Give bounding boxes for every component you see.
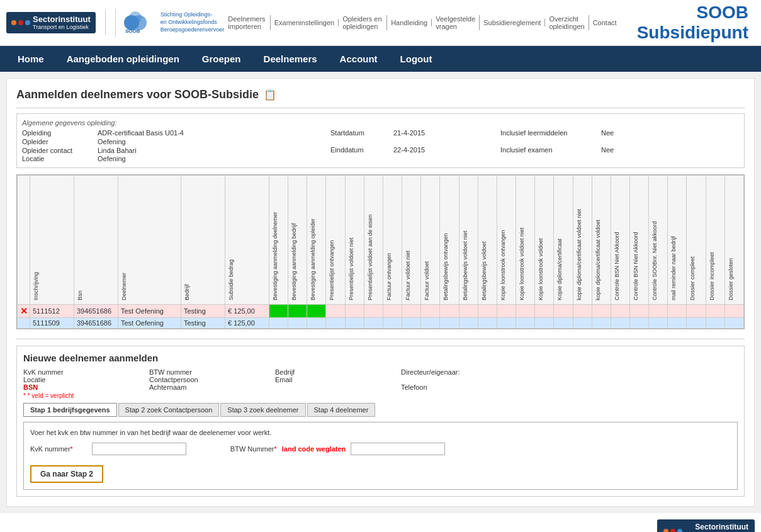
cell-check-2-11[interactable]: [459, 318, 478, 329]
cell-check-1-22[interactable]: [668, 305, 687, 318]
table-row: 5111509 394651686 Test Oefening Testing …: [18, 318, 744, 329]
cell-check-2-16[interactable]: [554, 318, 573, 329]
nav-aangeboden[interactable]: Aangeboden opleidingen: [55, 46, 191, 72]
nav-deelnemers[interactable]: Deelnemers: [252, 46, 329, 72]
cell-check-2-20[interactable]: [629, 318, 648, 329]
cell-check-1-23[interactable]: [687, 305, 706, 318]
cell-check-1-7[interactable]: [383, 305, 402, 318]
soob-text: Stichting Opleidings-en Ontwikkelingsfon…: [161, 11, 225, 33]
cell-check-1-15[interactable]: [535, 305, 554, 318]
btw-input[interactable]: [351, 443, 445, 455]
cell-delete-1[interactable]: ✕: [18, 305, 30, 318]
cell-check-1-2[interactable]: [288, 305, 307, 318]
cell-check-2-7[interactable]: [383, 318, 402, 329]
nav-deelnemers-importeren[interactable]: Deelnemers importeren: [224, 15, 270, 30]
wizard-tabs[interactable]: Stap 1 bedrijfsgegevens Stap 2 zoek Cont…: [23, 403, 738, 417]
cell-check-1-13[interactable]: [497, 305, 516, 318]
cell-check-1-9[interactable]: [421, 305, 440, 318]
cell-check-2-9[interactable]: [421, 318, 440, 329]
cell-inschrijving-2: 5111509: [30, 318, 74, 329]
cell-check-1-18[interactable]: [592, 305, 611, 318]
cell-check-1-3[interactable]: [307, 305, 326, 318]
cell-check-2-14[interactable]: [516, 318, 535, 329]
cell-check-2-22[interactable]: [668, 318, 687, 329]
cell-check-1-20[interactable]: [629, 305, 648, 318]
nav-logout[interactable]: Logout: [389, 46, 444, 72]
kvk-label-text: KvK nummer: [30, 445, 70, 453]
nav-overzicht[interactable]: Overzicht opleidingen: [545, 15, 589, 30]
cell-delete-2[interactable]: [18, 318, 30, 329]
cell-check-2-21[interactable]: [649, 318, 668, 329]
nav-subsidiereglement[interactable]: Subsidiereglement: [480, 19, 545, 26]
cell-check-2-3[interactable]: [307, 318, 326, 329]
nav-account[interactable]: Account: [329, 46, 389, 72]
general-info-header: Algemene gegevens opleiding:: [22, 119, 739, 127]
cell-check-1-1[interactable]: [269, 305, 288, 318]
th-deelnemer: Deelnemer: [118, 176, 181, 305]
cell-check-1-16[interactable]: [554, 305, 573, 318]
cell-check-1-4[interactable]: [326, 305, 345, 318]
form-label-kvk: KvK nummer*: [30, 445, 73, 453]
cell-check-2-18[interactable]: [592, 318, 611, 329]
cell-check-1-24[interactable]: [706, 305, 724, 318]
cell-check-2-23[interactable]: [687, 318, 706, 329]
label-locatie2: Locatie: [23, 376, 149, 383]
th-diploma: Kopie diploma/certificaat: [554, 176, 573, 305]
cell-check-2-25[interactable]: [724, 318, 743, 329]
cell-check-2-10[interactable]: [440, 318, 459, 329]
cell-check-2-13[interactable]: [497, 318, 516, 329]
cell-check-1-17[interactable]: [573, 305, 592, 318]
cell-check-2-5[interactable]: [345, 318, 364, 329]
cell-check-2-17[interactable]: [573, 318, 592, 329]
cell-check-1-12[interactable]: [478, 305, 497, 318]
nav-contact[interactable]: Contact: [589, 19, 621, 26]
cell-check-2-24[interactable]: [706, 318, 724, 329]
cell-check-2-12[interactable]: [478, 318, 497, 329]
cell-check-1-19[interactable]: [611, 305, 629, 318]
nav-handleiding[interactable]: Handleiding: [387, 19, 432, 26]
cell-check-2-4[interactable]: [326, 318, 345, 329]
nav-exameninstellingen[interactable]: Exameninstellingen: [271, 19, 339, 26]
top-nav[interactable]: Deelnemers importeren Exameninstellingen…: [224, 15, 620, 30]
nav-veelgestelde[interactable]: Veelgestelde vragen: [432, 15, 480, 30]
cell-check-1-21[interactable]: [649, 305, 668, 318]
tab-stap2[interactable]: Stap 2 zoek Contactpersoon: [118, 403, 220, 417]
cell-check-2-2[interactable]: [288, 318, 307, 329]
soob-logo: SOOB Stichting Opleidings-en Ontwikkelin…: [115, 9, 225, 37]
th-dossier-gesloten: Dossier gesloten: [724, 176, 743, 305]
cell-check-1-14[interactable]: [516, 305, 535, 318]
cell-check-1-5[interactable]: [345, 305, 364, 318]
kvk-required: *: [70, 445, 73, 453]
cell-check-2-19[interactable]: [611, 318, 629, 329]
label-startdatum2: Startdatum: [330, 129, 393, 145]
cell-check-2-6[interactable]: [364, 318, 383, 329]
tab-stap1[interactable]: Stap 1 bedrijfsgegevens: [23, 403, 117, 417]
th-betaling-ontvangen: Betalingsbewijs ontvangen: [440, 176, 459, 305]
cell-check-1-25[interactable]: [724, 305, 743, 318]
divider-1: [16, 108, 745, 108]
kvk-input[interactable]: [92, 443, 186, 455]
cell-check-1-11[interactable]: [459, 305, 478, 318]
tab-stap4[interactable]: Stap 4 deelnemer: [307, 403, 376, 417]
cell-check-2-15[interactable]: [535, 318, 554, 329]
value-opleider: Oefening: [98, 138, 223, 145]
cell-check-1-10[interactable]: [440, 305, 459, 318]
table-row: ✕ 5111512 394651686 Test Oefening Testin…: [18, 305, 744, 318]
label-achternaam: Achternaam: [149, 383, 275, 391]
ga-naar-stap2-button[interactable]: Ga naar Stap 2: [30, 465, 103, 483]
cell-check-1-8[interactable]: [402, 305, 421, 318]
cell-check-1-6[interactable]: [364, 305, 383, 318]
nav-home[interactable]: Home: [6, 46, 55, 72]
cell-check-2-8[interactable]: [402, 318, 421, 329]
dot-blue: [25, 20, 30, 25]
value-examen: Nee: [601, 146, 639, 162]
cell-bedrijf-2: Testing: [181, 318, 225, 329]
tab-stap3[interactable]: Stap 3 zoek deelnemer: [220, 403, 305, 417]
nav-opleiders[interactable]: Opleiders en opleidingen: [339, 15, 387, 30]
cell-check-2-1[interactable]: [269, 318, 288, 329]
label-opleiding: Opleiding: [22, 129, 98, 137]
info-right: Inclusief leermiddelen Nee Inclusief exa…: [500, 129, 639, 162]
delete-button-1[interactable]: ✕: [20, 306, 28, 316]
label-directeur: Directeur/eigenaar:: [401, 368, 527, 376]
nav-groepen[interactable]: Groepen: [191, 46, 252, 72]
